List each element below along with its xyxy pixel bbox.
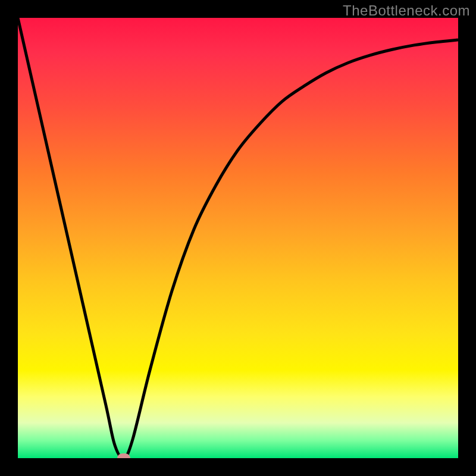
optimum-marker xyxy=(117,453,130,458)
bottleneck-curve xyxy=(18,18,458,458)
chart-frame: TheBottleneck.com xyxy=(0,0,476,476)
plot-area xyxy=(18,18,458,458)
watermark-text: TheBottleneck.com xyxy=(343,2,470,19)
curve-svg xyxy=(18,18,458,458)
